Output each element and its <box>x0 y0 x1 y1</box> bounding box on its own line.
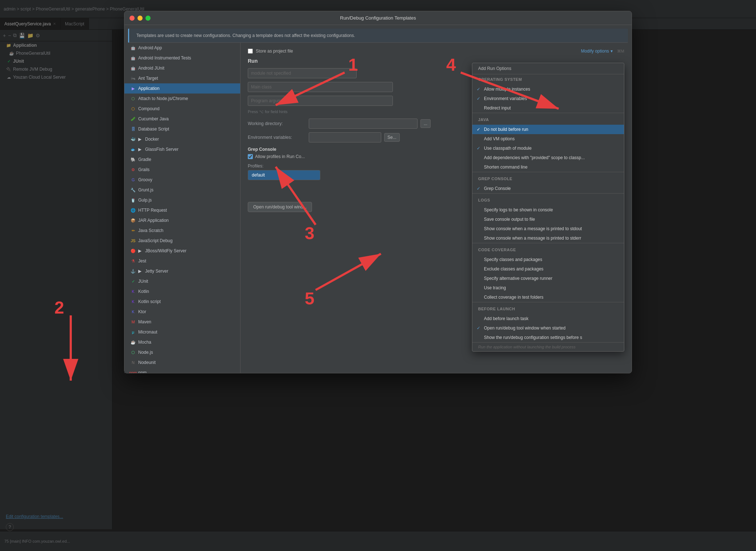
do-not-build-item[interactable]: ✓ Do not build before run <box>472 125 624 134</box>
modify-options-button[interactable]: Modify options ▾ ⌘M <box>581 49 624 54</box>
add-dependencies-item[interactable]: Add dependencies with "provided" scope t… <box>472 153 624 162</box>
cucumber-icon: 🥒 <box>130 116 136 122</box>
program-args-input[interactable] <box>248 96 393 106</box>
config-item-nodeunit[interactable]: N Nodeunit <box>124 357 240 368</box>
add-before-launch-item[interactable]: Add before launch task <box>472 314 624 323</box>
config-item-kotlin-script[interactable]: K Kotlin script <box>124 297 240 307</box>
config-item-android-tests[interactable]: 🤖 Android Instrumented Tests <box>124 53 240 63</box>
env-vars-input[interactable] <box>309 132 381 142</box>
dropdown-footer: Run the application without launching th… <box>472 342 624 351</box>
config-item-java-scratch[interactable]: ✏ Java Scratch <box>124 225 240 236</box>
mocha-icon: ☕ <box>130 339 136 345</box>
config-item-js-debug[interactable]: JS JavaScript Debug <box>124 236 240 246</box>
config-item-gradle[interactable]: 🐘 Gradle <box>124 154 240 165</box>
config-item-ant[interactable]: 🐜 Ant Target <box>124 73 240 83</box>
redirect-input-item[interactable]: Redirect input <box>472 103 624 113</box>
config-item-junit[interactable]: ✓ JUnit <box>124 276 240 286</box>
config-item-npm[interactable]: npm npm <box>124 368 240 373</box>
expand-icon: ▶ <box>138 137 141 142</box>
allow-multiple-instances-item[interactable]: ✓ Allow multiple instances <box>472 84 624 94</box>
config-item-mocha[interactable]: ☕ Mocha <box>124 337 240 347</box>
config-item-docker[interactable]: 🐳 ▶ Docker <box>124 134 240 144</box>
specify-logs-item[interactable]: Specify logs to be shown in console <box>472 205 624 215</box>
config-item-kotlin[interactable]: K Kotlin <box>124 286 240 297</box>
config-item-label: Attach to Node.js/Chrome <box>138 96 188 101</box>
add-vm-options-item[interactable]: Add VM options <box>472 134 624 144</box>
check-icon: ✓ <box>477 186 480 191</box>
config-item-label: JUnit <box>138 279 148 284</box>
kotlin-script-icon: K <box>130 299 136 304</box>
expand-icon: ▶ <box>138 248 141 253</box>
open-run-debug-button[interactable]: Open run/debug tool wind... <box>248 202 312 212</box>
config-item-application[interactable]: ▶ Application <box>124 83 240 94</box>
env-variables-item[interactable]: ✓ Environment variables <box>472 94 624 103</box>
show-console-stdout-item[interactable]: Show console when a message is printed t… <box>472 224 624 233</box>
config-item-cucumber[interactable]: 🥒 Cucumber Java <box>124 114 240 124</box>
save-console-item[interactable]: Save console output to file <box>472 215 624 224</box>
config-item-groovy[interactable]: G Groovy <box>124 175 240 185</box>
http-icon: 🌐 <box>130 207 136 213</box>
config-item-jar[interactable]: 📦 JAR Application <box>124 215 240 225</box>
code-coverage-section: Code Coverage Specify classes and packag… <box>472 243 624 302</box>
modify-options-label: Modify options <box>581 49 609 54</box>
store-project-checkbox[interactable] <box>248 49 253 54</box>
specify-classes-item[interactable]: Specify classes and packages <box>472 255 624 264</box>
maximize-button[interactable] <box>145 16 151 21</box>
config-item-compound[interactable]: ⬡ Compound <box>124 104 240 114</box>
config-item-label: Android JUnit <box>138 66 164 71</box>
config-item-label: Compound <box>138 106 160 111</box>
config-item-jetty[interactable]: ⚓ ▶ Jetty Server <box>124 266 240 276</box>
module-input[interactable] <box>248 68 357 78</box>
js-icon: JS <box>130 238 136 244</box>
config-item-http[interactable]: 🌐 HTTP Request <box>124 205 240 215</box>
java-section-header: Java <box>472 115 624 125</box>
config-item-attach-node[interactable]: ⬡ Attach to Node.js/Chrome <box>124 94 240 104</box>
working-dir-input[interactable] <box>309 119 418 129</box>
allow-profiles-checkbox[interactable] <box>248 154 253 159</box>
config-item-grunt[interactable]: 🔧 Grunt.js <box>124 185 240 195</box>
config-item-jboss[interactable]: 🔴 ▶ JBoss/WildFly Server <box>124 246 240 256</box>
open-run-debug-item[interactable]: ✓ Open run/debug tool window when starte… <box>472 323 624 333</box>
java-section: Java ✓ Do not build before run Add VM op… <box>472 113 624 172</box>
kotlin-icon: K <box>130 289 136 294</box>
profile-item-default[interactable]: default <box>248 170 320 180</box>
check-icon: ✓ <box>477 96 480 101</box>
config-item-label: Jest <box>138 258 146 264</box>
code-coverage-header: Code Coverage <box>472 245 624 255</box>
show-console-stderr-item[interactable]: Show console when a message is printed t… <box>472 233 624 243</box>
use-tracing-item[interactable]: Use tracing <box>472 283 624 293</box>
config-item-maven[interactable]: M Maven <box>124 317 240 327</box>
app-icon: ▶ <box>130 86 136 91</box>
run-debug-dialog: Run/Debug Configuration Templates Templa… <box>124 11 632 373</box>
config-item-android-junit[interactable]: 🤖 Android JUnit <box>124 63 240 73</box>
env-vars-expand[interactable]: Se... <box>384 133 400 142</box>
config-item-micronaut[interactable]: μ Micronaut <box>124 327 240 337</box>
node-icon: ⬡ <box>130 96 136 102</box>
config-item-label: Cucumber Java <box>138 116 169 121</box>
grep-console-item[interactable]: ✓ Grep Console <box>472 184 624 193</box>
alt-coverage-item[interactable]: Specify alternative coverage runner <box>472 274 624 283</box>
close-button[interactable] <box>130 16 135 21</box>
config-item-glassfish[interactable]: 🐟 ▶ GlassFish Server <box>124 144 240 154</box>
config-item-jest[interactable]: ⚗ Jest <box>124 256 240 266</box>
config-item-nodejs[interactable]: ⬡ Node.js <box>124 347 240 357</box>
main-class-input[interactable] <box>248 82 393 92</box>
maven-icon: M <box>130 319 136 325</box>
minimize-button[interactable] <box>137 16 143 21</box>
shorten-command-item[interactable]: Shorten command line <box>472 162 624 172</box>
modify-options-dropdown: Add Run Options Operating System ✓ Allow… <box>472 63 624 352</box>
config-item-grails[interactable]: ⚙ Grails <box>124 165 240 175</box>
config-item-label: Jetty Server <box>145 269 168 274</box>
config-item-gulp[interactable]: 🥤 Gulp.js <box>124 195 240 205</box>
config-item-label: Ktor <box>138 309 146 314</box>
show-settings-before-item[interactable]: Show the run/debug configuration setting… <box>472 333 624 342</box>
config-item-android-app[interactable]: 🤖 Android App <box>124 43 240 53</box>
check-icon: ✓ <box>477 146 480 151</box>
add-run-options-label: Add Run Options <box>472 63 624 74</box>
config-item-ktor[interactable]: K Ktor <box>124 307 240 317</box>
collect-coverage-item[interactable]: Collect coverage in test folders <box>472 293 624 302</box>
exclude-classes-item[interactable]: Exclude classes and packages <box>472 264 624 274</box>
use-classpath-item[interactable]: ✓ Use classpath of module <box>472 144 624 153</box>
config-item-db-script[interactable]: 🗄 Database Script <box>124 124 240 134</box>
working-dir-browse[interactable]: ... <box>420 119 431 128</box>
